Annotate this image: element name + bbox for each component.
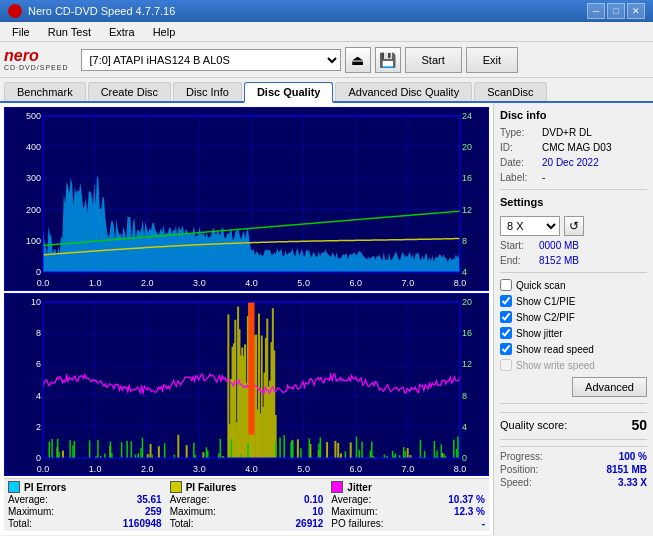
pi-failures-swatch: [170, 481, 182, 493]
quick-scan-label: Quick scan: [516, 280, 565, 291]
close-button[interactable]: ✕: [627, 3, 645, 19]
position-row: Position: 8151 MB: [500, 464, 647, 475]
divider-2: [500, 272, 647, 273]
jitter-legend: Jitter Average: 10.37 % Maximum: 12.3 % …: [331, 481, 485, 529]
start-button[interactable]: Start: [405, 47, 462, 73]
menu-bar: File Run Test Extra Help: [0, 22, 653, 42]
pi-errors-total: Total: 1160948: [8, 518, 162, 529]
bottom-chart-canvas: [5, 294, 488, 476]
menu-file[interactable]: File: [4, 24, 38, 40]
divider-1: [500, 189, 647, 190]
app-icon: [8, 4, 22, 18]
quick-scan-checkbox[interactable]: [500, 279, 512, 291]
top-chart-canvas: [5, 108, 488, 290]
settings-title: Settings: [500, 196, 647, 208]
bottom-chart: [4, 293, 489, 477]
pi-errors-swatch: [8, 481, 20, 493]
quality-score-row: Quality score: 50: [500, 412, 647, 433]
disc-date-row: Date: 20 Dec 2022: [500, 157, 647, 168]
tab-scan-disc[interactable]: ScanDisc: [474, 82, 546, 101]
disc-label-row: Label: -: [500, 172, 647, 183]
advanced-button[interactable]: Advanced: [572, 377, 647, 397]
jitter-po: PO failures: -: [331, 518, 485, 529]
jitter-title: Jitter: [347, 482, 371, 493]
divider-3: [500, 403, 647, 404]
toolbar: nero CD·DVD/SPEED [7:0] ATAPI iHAS124 B …: [0, 42, 653, 78]
nero-brand: nero: [4, 48, 39, 64]
pi-failures-title: PI Failures: [186, 482, 237, 493]
pi-failures-total: Total: 26912: [170, 518, 324, 529]
start-mb-row: Start: 0000 MB: [500, 240, 647, 251]
show-read-speed-row: Show read speed: [500, 343, 647, 355]
jitter-swatch: [331, 481, 343, 493]
menu-extra[interactable]: Extra: [101, 24, 143, 40]
pi-errors-title: PI Errors: [24, 482, 66, 493]
tab-disc-quality[interactable]: Disc Quality: [244, 82, 334, 103]
pi-errors-legend: PI Errors Average: 35.61 Maximum: 259 To…: [8, 481, 162, 529]
main-content: PI Errors Average: 35.61 Maximum: 259 To…: [0, 103, 653, 535]
tab-create-disc[interactable]: Create Disc: [88, 82, 171, 101]
quality-score-label: Quality score:: [500, 419, 567, 431]
window-controls: ─ □ ✕: [587, 3, 645, 19]
show-jitter-label: Show jitter: [516, 328, 563, 339]
exit-button[interactable]: Exit: [466, 47, 518, 73]
pi-failures-legend: PI Failures Average: 0.10 Maximum: 10 To…: [170, 481, 324, 529]
disc-info-title: Disc info: [500, 109, 647, 121]
show-c1pie-checkbox[interactable]: [500, 295, 512, 307]
pi-failures-max: Maximum: 10: [170, 506, 324, 517]
show-write-speed-label: Show write speed: [516, 360, 595, 371]
show-read-speed-checkbox[interactable]: [500, 343, 512, 355]
pi-errors-average: Average: 35.61: [8, 494, 162, 505]
show-c1pie-row: Show C1/PIE: [500, 295, 647, 307]
top-chart: [4, 107, 489, 291]
right-panel: Disc info Type: DVD+R DL ID: CMC MAG D03…: [493, 103, 653, 535]
end-mb-row: End: 8152 MB: [500, 255, 647, 266]
disc-type-row: Type: DVD+R DL: [500, 127, 647, 138]
quick-scan-row: Quick scan: [500, 279, 647, 291]
save-button[interactable]: 💾: [375, 47, 401, 73]
tab-disc-info[interactable]: Disc Info: [173, 82, 242, 101]
tab-benchmark[interactable]: Benchmark: [4, 82, 86, 101]
quality-score-value: 50: [631, 417, 647, 433]
speed-row-2: Speed: 3.33 X: [500, 477, 647, 488]
show-write-speed-row: Show write speed: [500, 359, 647, 371]
nero-logo: nero CD·DVD/SPEED: [4, 48, 69, 71]
minimize-button[interactable]: ─: [587, 3, 605, 19]
show-jitter-row: Show jitter: [500, 327, 647, 339]
progress-section: Progress: 100 % Position: 8151 MB Speed:…: [500, 446, 647, 488]
show-c2pif-row: Show C2/PIF: [500, 311, 647, 323]
speed-selector[interactable]: 8 X: [500, 216, 560, 236]
jitter-max: Maximum: 12.3 %: [331, 506, 485, 517]
progress-row: Progress: 100 %: [500, 451, 647, 462]
show-write-speed-checkbox[interactable]: [500, 359, 512, 371]
eject-button[interactable]: ⏏: [345, 47, 371, 73]
jitter-average: Average: 10.37 %: [331, 494, 485, 505]
chart-area: PI Errors Average: 35.61 Maximum: 259 To…: [0, 103, 493, 535]
refresh-button[interactable]: ↺: [564, 216, 584, 236]
menu-help[interactable]: Help: [145, 24, 184, 40]
drive-selector[interactable]: [7:0] ATAPI iHAS124 B AL0S: [81, 49, 341, 71]
tab-bar: Benchmark Create Disc Disc Info Disc Qua…: [0, 78, 653, 103]
legend-row: PI Errors Average: 35.61 Maximum: 259 To…: [4, 478, 489, 531]
nero-product: CD·DVD/SPEED: [4, 64, 69, 71]
speed-row: 8 X ↺: [500, 216, 647, 236]
menu-run-test[interactable]: Run Test: [40, 24, 99, 40]
maximize-button[interactable]: □: [607, 3, 625, 19]
disc-id-row: ID: CMC MAG D03: [500, 142, 647, 153]
show-c2pif-checkbox[interactable]: [500, 311, 512, 323]
show-jitter-checkbox[interactable]: [500, 327, 512, 339]
show-c1pie-label: Show C1/PIE: [516, 296, 575, 307]
app-title: Nero CD-DVD Speed 4.7.7.16: [28, 5, 175, 17]
show-c2pif-label: Show C2/PIF: [516, 312, 575, 323]
pi-failures-average: Average: 0.10: [170, 494, 324, 505]
tab-advanced-disc-quality[interactable]: Advanced Disc Quality: [335, 82, 472, 101]
pi-errors-max: Maximum: 259: [8, 506, 162, 517]
show-read-speed-label: Show read speed: [516, 344, 594, 355]
divider-4: [500, 439, 647, 440]
title-bar: Nero CD-DVD Speed 4.7.7.16 ─ □ ✕: [0, 0, 653, 22]
